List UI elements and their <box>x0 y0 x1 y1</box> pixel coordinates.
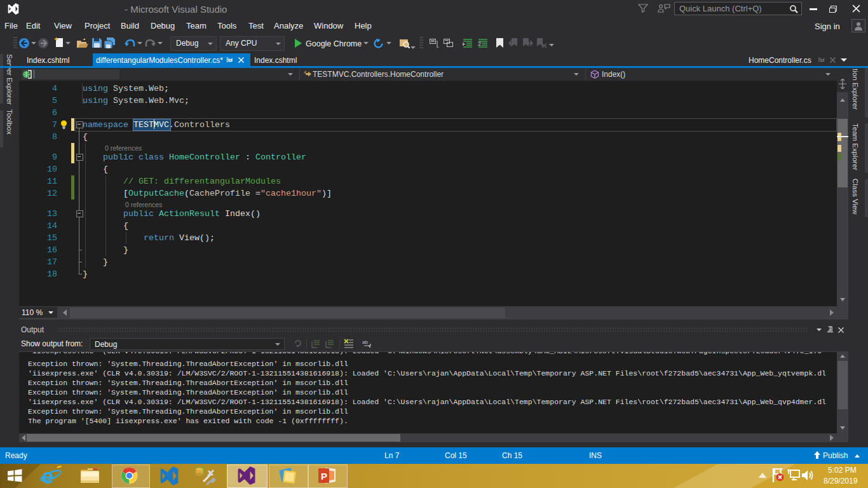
svg-text:ab: ab <box>362 339 368 345</box>
svg-text:P: P <box>321 471 327 482</box>
svg-text:2: 2 <box>478 41 481 47</box>
